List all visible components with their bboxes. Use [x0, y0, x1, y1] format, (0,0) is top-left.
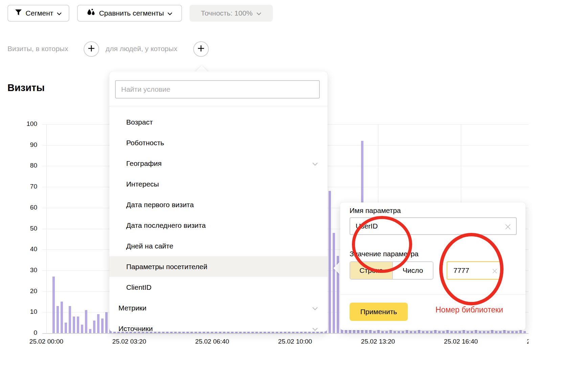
condition-item-8[interactable]: ClientID	[109, 277, 328, 298]
condition-item-6[interactable]: Дней на сайте	[109, 236, 328, 256]
condition-item-label: Интересы	[126, 180, 159, 188]
bar	[65, 323, 67, 333]
bar	[422, 331, 424, 333]
y-axis-label: 10	[3, 308, 37, 315]
bar	[414, 331, 416, 333]
condition-item-3[interactable]: Интересы	[109, 174, 328, 194]
condition-item-5[interactable]: Дата последнего визита	[109, 215, 328, 236]
gridline-y	[42, 333, 529, 334]
y-axis-label: 0	[3, 329, 37, 336]
condition-search-input[interactable]	[115, 80, 320, 99]
x-axis-label: 25.02 00:00	[24, 338, 68, 345]
condition-item-label: Дата первого визита	[126, 201, 194, 209]
x-axis-label: 25.02 20:00	[522, 338, 529, 345]
bar	[511, 331, 514, 333]
bar	[483, 331, 485, 333]
bar	[69, 306, 71, 333]
bar	[97, 314, 99, 333]
bar	[394, 331, 396, 333]
metrica-page: 010203040506070809010025.02 00:0025.02 0…	[0, 0, 580, 392]
condition-item-0[interactable]: Возраст	[109, 112, 328, 132]
condition-item-9[interactable]: Метрики	[109, 298, 328, 318]
close-icon[interactable]	[505, 223, 511, 230]
bar	[499, 331, 501, 333]
y-axis-label: 20	[3, 287, 37, 295]
condition-item-label: Дата последнего визита	[126, 221, 206, 230]
condition-item-1[interactable]: Роботность	[109, 132, 328, 153]
y-axis-label: 50	[3, 225, 37, 232]
apply-button[interactable]: Применить	[350, 303, 408, 321]
bar	[52, 277, 55, 333]
bar	[515, 331, 518, 333]
x-axis-label: 25.02 10:00	[273, 338, 317, 345]
divider	[340, 295, 526, 295]
y-axis-label: 40	[3, 245, 37, 253]
bar	[93, 321, 95, 333]
bar	[467, 331, 469, 333]
condition-item-label: Роботность	[126, 139, 164, 147]
bar	[89, 329, 91, 333]
bar	[454, 331, 457, 333]
bar	[442, 331, 445, 333]
y-axis-label: 60	[3, 204, 37, 211]
bar	[101, 319, 104, 333]
bar	[459, 331, 461, 333]
bar	[81, 325, 83, 333]
condition-item-label: Параметры посетителей	[126, 263, 207, 271]
y-axis-label: 80	[3, 162, 37, 169]
divider	[109, 106, 328, 106]
annotation-circle-value	[439, 233, 504, 305]
library-number-annotation: Номер библиотеки	[436, 305, 503, 314]
y-axis-label: 90	[3, 141, 37, 149]
chevron-down-icon	[312, 159, 318, 168]
condition-item-label: География	[126, 159, 162, 168]
y-axis-label: 30	[3, 266, 37, 274]
y-axis-label: 70	[3, 183, 37, 190]
bar	[495, 331, 497, 333]
x-axis-label: 25.02 03:20	[107, 338, 151, 345]
bar	[471, 331, 473, 333]
condition-item-2[interactable]: География	[109, 153, 328, 174]
annotation-circle-name	[352, 216, 412, 273]
bar	[402, 331, 404, 333]
condition-item-label: Дней на сайте	[126, 242, 173, 250]
bar	[329, 191, 331, 333]
x-axis-label: 25.02 16:40	[439, 338, 483, 345]
bar	[410, 331, 412, 333]
bar	[73, 317, 75, 333]
bar	[373, 331, 376, 333]
condition-item-label: ClientID	[126, 283, 152, 291]
bar	[333, 233, 335, 333]
bar	[105, 312, 108, 333]
bar	[398, 331, 400, 333]
bar	[57, 306, 59, 333]
bar	[523, 331, 526, 333]
bar	[381, 331, 384, 333]
x-axis-label: 25.02 13:20	[356, 338, 400, 345]
bar	[487, 331, 489, 333]
bar	[385, 331, 388, 333]
bar	[61, 302, 63, 333]
chevron-down-icon	[312, 325, 318, 332]
bar	[479, 331, 481, 333]
condition-dropdown: ВозрастРоботностьГеографияИнтересыДата п…	[109, 71, 328, 332]
bar	[438, 331, 441, 333]
bar	[450, 331, 453, 333]
condition-item-7[interactable]: Параметры посетителей	[109, 256, 328, 277]
y-axis-label: 100	[3, 120, 37, 128]
bar	[507, 331, 510, 333]
bar	[85, 310, 87, 333]
bar	[77, 317, 79, 333]
param-name-label: Имя параметра	[350, 206, 401, 215]
condition-list: ВозрастРоботностьГеографияИнтересыДата п…	[109, 112, 328, 332]
condition-item-4[interactable]: Дата первого визита	[109, 194, 328, 215]
chevron-down-icon	[312, 304, 318, 312]
condition-item-label: Метрики	[118, 304, 147, 312]
condition-item-label: Возраст	[126, 118, 153, 126]
bar	[430, 331, 432, 333]
bar	[426, 331, 428, 333]
condition-item-10[interactable]: Источники	[109, 318, 328, 332]
x-axis-label: 25.02 06:40	[190, 338, 234, 345]
condition-item-label: Источники	[118, 325, 153, 332]
gridline-x	[46, 124, 47, 333]
